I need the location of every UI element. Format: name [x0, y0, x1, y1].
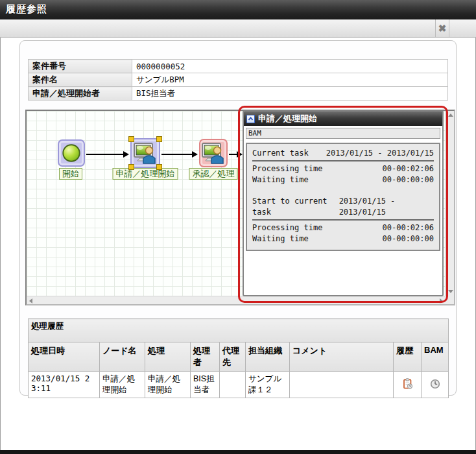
- col-datetime: 処理日時: [29, 342, 100, 372]
- bam-label-bar: BAM: [246, 128, 440, 139]
- clipboard-clock-icon: [402, 378, 413, 389]
- selection-handle[interactable]: [156, 164, 162, 170]
- case-name-label: 案件名: [29, 73, 132, 87]
- stat-row: Current task 2013/01/15 - 2013/01/15: [252, 148, 434, 159]
- col-processor: 処理者: [191, 342, 220, 372]
- content-card: 案件番号 0000000052 案件名 サンプルBPM 申請／処理開始者 BIS…: [19, 40, 457, 396]
- separator: [252, 160, 434, 161]
- selection-handle[interactable]: [128, 164, 134, 170]
- toolbar: ✖: [0, 19, 476, 38]
- window-bottom-edge: [0, 450, 476, 454]
- col-comment: コメント: [290, 342, 394, 372]
- clock-icon: [430, 379, 440, 389]
- case-name-value: サンプルBPM: [132, 73, 448, 87]
- cell-datetime: 2013/01/15 23:11: [29, 372, 100, 398]
- flow-arrow: [86, 154, 123, 155]
- history-reference-dialog: 履歴参照 ✖ 案件番号 0000000052 案件名 サンプルBPM 申請／処理…: [0, 0, 476, 454]
- stat-value: 00-00:00:00: [383, 174, 434, 185]
- processing-history-table: 処理履歴 処理日時 ノード名 処理 処理者 代理先 担当組織 コメント 履歴 B…: [28, 318, 449, 398]
- stat-value: 2013/01/15 - 2013/01/15: [339, 196, 434, 218]
- col-org: 担当組織: [246, 342, 290, 372]
- bam-panel-header: 申請／処理開始: [244, 112, 442, 126]
- task-person-icon: [133, 142, 158, 164]
- col-node-name: ノード名: [100, 342, 145, 372]
- stat-label: Waiting time: [252, 174, 309, 185]
- col-bam: BAM: [422, 342, 449, 372]
- stat-label: Processing time: [252, 222, 322, 233]
- task-person-icon: [201, 142, 226, 164]
- workflow-canvas: 開始: [25, 110, 455, 305]
- cell-comment: [290, 372, 394, 398]
- stat-value: 00-00:02:06: [383, 163, 434, 174]
- case-info-table: 案件番号 0000000052 案件名 サンプルBPM 申請／処理開始者 BIS…: [28, 59, 448, 101]
- scroll-up-arrow-icon[interactable]: [448, 114, 453, 117]
- bam-detail-panel: 申請／処理開始 BAM Current task 2013/01/15 - 20…: [243, 110, 444, 296]
- table-row: 申請／処理開始者 BIS担当者: [29, 87, 448, 101]
- bam-detail-button[interactable]: [422, 372, 449, 398]
- bam-stats-box: Current task 2013/01/15 - 2013/01/15 Pro…: [246, 143, 440, 251]
- col-proxy: 代理先: [220, 342, 246, 372]
- cell-node-name: 申請／処理開始: [100, 372, 145, 398]
- flow-arrow: [229, 154, 237, 155]
- close-button[interactable]: ✖: [435, 19, 449, 37]
- case-number-value: 0000000052: [132, 60, 448, 73]
- col-action: 処理: [145, 342, 191, 372]
- close-icon: ✖: [438, 23, 447, 33]
- stat-row: Waiting time 00-00:00:00: [252, 174, 434, 185]
- table-row: 案件番号 0000000052: [29, 60, 448, 73]
- stat-row: Processing time 00-00:02:06: [252, 163, 434, 174]
- apply-node-label: 申請／処理開始: [113, 168, 178, 180]
- dialog-body: 案件番号 0000000052 案件名 サンプルBPM 申請／処理開始者 BIS…: [0, 38, 476, 450]
- table-header-row: 処理日時 ノード名 処理 処理者 代理先 担当組織 コメント 履歴 BAM: [29, 342, 449, 372]
- window-titlebar: 履歴参照: [0, 0, 476, 19]
- selection-handle[interactable]: [128, 136, 134, 142]
- start-circle-icon: [61, 143, 82, 163]
- stat-label: Start to current task: [252, 196, 339, 218]
- table-title-row: 処理履歴: [29, 319, 449, 342]
- table-row: 2013/01/15 23:11 申請／処理開始 申請／処理開始 BIS担当者 …: [29, 372, 449, 398]
- cell-proxy: [220, 372, 246, 398]
- stat-label: Waiting time: [252, 233, 309, 245]
- applicant-label: 申請／処理開始者: [29, 87, 132, 101]
- table-row: 案件名 サンプルBPM: [29, 73, 448, 87]
- stat-row: Start to current task 2013/01/15 - 2013/…: [252, 196, 434, 218]
- chevron-up-icon: [248, 116, 254, 122]
- flow-arrow: [161, 154, 192, 155]
- cell-org: サンプル課１２: [246, 372, 290, 398]
- scroll-down-arrow-icon[interactable]: [448, 290, 453, 293]
- separator: [252, 219, 434, 221]
- apply-node[interactable]: [130, 138, 160, 168]
- cell-action: 申請／処理開始: [145, 372, 191, 398]
- stat-label: Current task: [252, 148, 309, 159]
- case-number-label: 案件番号: [29, 60, 132, 73]
- col-history: 履歴: [394, 342, 422, 372]
- bam-detail-highlight-frame: 申請／処理開始 BAM Current task 2013/01/15 - 20…: [238, 106, 448, 303]
- stat-row: Waiting time 00-00:00:00: [252, 233, 434, 245]
- stat-value: 00-00:00:00: [383, 233, 434, 245]
- scroll-left-arrow-icon[interactable]: [29, 298, 32, 304]
- window-title: 履歴参照: [6, 3, 47, 16]
- stat-row: Processing time 00-00:02:06: [252, 222, 434, 233]
- cell-processor: BIS担当者: [191, 372, 220, 398]
- stat-value: 2013/01/15 - 2013/01/15: [326, 148, 434, 159]
- start-node-label: 開始: [59, 168, 82, 180]
- selection-handle[interactable]: [156, 136, 162, 142]
- stat-label: Processing time: [252, 163, 322, 174]
- history-table-title: 処理履歴: [29, 319, 449, 342]
- approve-node[interactable]: [199, 139, 228, 167]
- history-detail-button[interactable]: [394, 372, 422, 398]
- applicant-value: BIS担当者: [132, 87, 448, 101]
- bam-panel-title: 申請／処理開始: [258, 113, 317, 125]
- collapse-button[interactable]: [246, 115, 255, 123]
- stat-value: 00-00:02:06: [383, 222, 434, 233]
- start-node[interactable]: [58, 139, 85, 167]
- approve-node-label: 承認／処理: [189, 168, 238, 180]
